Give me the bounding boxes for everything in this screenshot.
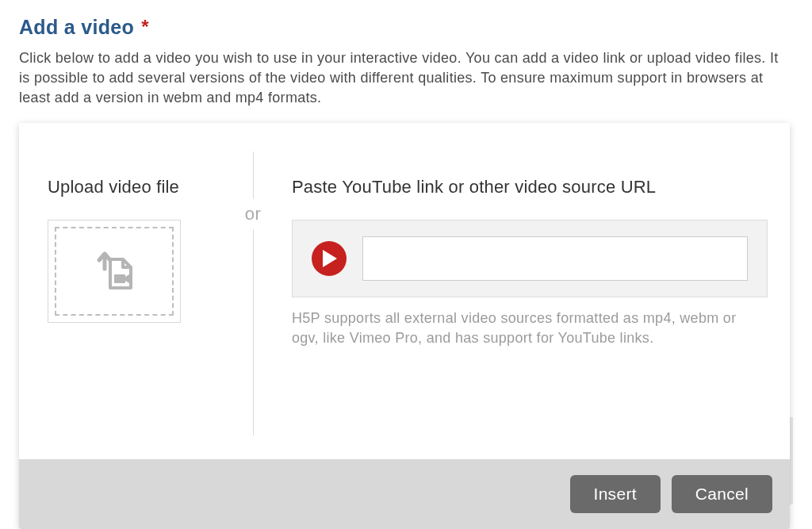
cancel-button[interactable]: Cancel bbox=[672, 475, 772, 513]
required-star: * bbox=[141, 16, 149, 37]
upload-panel: Upload video file bbox=[48, 151, 235, 323]
insert-button[interactable]: Insert bbox=[570, 475, 661, 513]
divider-line-bottom bbox=[253, 229, 254, 435]
dialog-footer: Insert Cancel bbox=[19, 459, 790, 529]
video-play-icon bbox=[312, 241, 347, 276]
divider-or-label: or bbox=[239, 199, 268, 229]
upload-file-icon bbox=[91, 248, 137, 294]
divider-line-top bbox=[253, 151, 254, 199]
panel-divider: or bbox=[235, 151, 271, 435]
add-video-dialog: Upload video file bbox=[19, 123, 790, 529]
url-support-text: H5P supports all external video sources … bbox=[292, 309, 752, 348]
svg-rect-0 bbox=[114, 274, 125, 283]
page-title-text: Add a video bbox=[19, 16, 134, 38]
page-title: Add a video * bbox=[19, 16, 793, 39]
url-panel: Paste YouTube link or other video source… bbox=[271, 151, 768, 348]
page-description: Click below to add a video you wish to u… bbox=[19, 48, 788, 109]
upload-heading: Upload video file bbox=[48, 177, 216, 197]
upload-video-dropzone[interactable] bbox=[48, 220, 181, 323]
url-input-container bbox=[292, 220, 768, 297]
url-heading: Paste YouTube link or other video source… bbox=[292, 177, 768, 197]
svg-marker-3 bbox=[323, 250, 337, 267]
video-url-input[interactable] bbox=[362, 236, 748, 281]
dialog-body: Upload video file bbox=[19, 123, 790, 459]
